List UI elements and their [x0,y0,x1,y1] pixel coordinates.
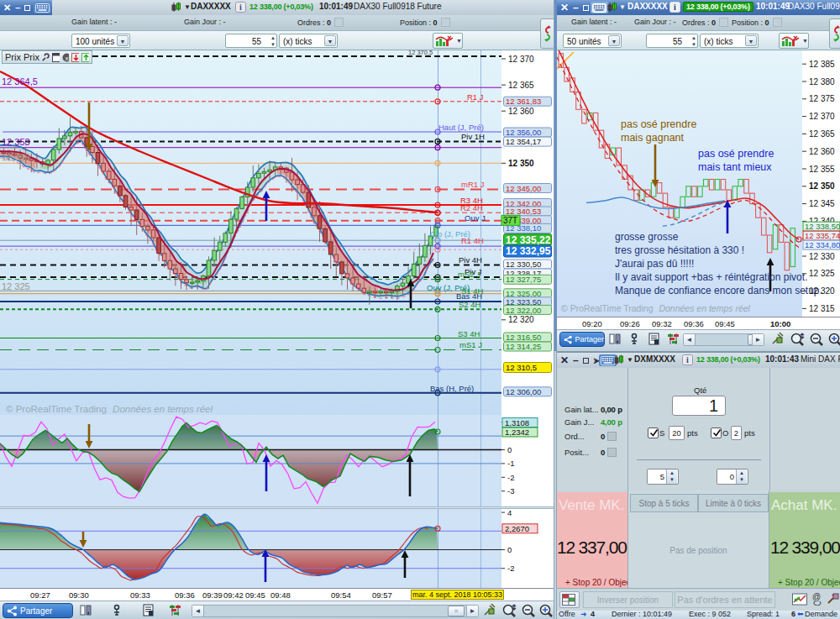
svg-text:0: 0 [507,445,512,454]
svg-text:pas osé prendre: pas osé prendre [698,148,774,160]
svg-text:12 350: 12 350 [508,159,534,168]
svg-text:12 365: 12 365 [508,81,534,90]
svg-text:-2: -2 [507,473,514,482]
svg-text:Ouv J: Ouv J [465,213,486,223]
svg-text:12 320: 12 320 [508,315,534,324]
svg-text:J'aurai pas dû !!!!!: J'aurai pas dû !!!!! [615,258,694,270]
svg-text:4: 4 [507,509,512,517]
svg-text:12 361,83: 12 361,83 [506,97,541,106]
svg-text:pas osé prendre: pas osé prendre [621,118,696,130]
svg-text:12 330: 12 330 [809,252,835,261]
svg-text:12 385: 12 385 [809,60,835,69]
svg-text:x: x [65,54,68,61]
svg-text:12 356,00: 12 356,00 [506,128,541,137]
svg-text:12 316,50: 12 316,50 [506,333,541,342]
svg-text:Manque de confiance encore dan: Manque de confiance encore dans mon setu… [615,285,822,296]
svg-text:12 370,5: 12 370,5 [408,50,433,56]
svg-text:2,2670: 2,2670 [505,524,529,533]
svg-text:mS2 J: mS2 J [458,270,480,279]
svg-text:12 353: 12 353 [2,137,30,147]
svg-text:tres grosse hésitation à 330 !: tres grosse hésitation à 330 ! [615,244,744,256]
svg-text:12 355: 12 355 [809,165,835,174]
svg-text:Il y avait support +bas + réin: Il y avait support +bas + réintégration … [615,271,807,283]
svg-text:R2 4H: R2 4H [460,203,483,212]
svg-text:1,3108: 1,3108 [505,418,529,428]
svg-text:R1 J: R1 J [467,92,484,102]
svg-text:12 338,50: 12 338,50 [805,222,840,231]
svg-text:mais tant mieux: mais tant mieux [698,161,772,173]
svg-text:Piv 1H: Piv 1H [461,132,485,141]
svg-text:12 306,00: 12 306,00 [506,387,541,396]
svg-text:12 345: 12 345 [809,199,835,208]
svg-text:12 320: 12 320 [809,286,835,296]
svg-text:12 335,74: 12 335,74 [805,231,840,240]
svg-text:12 310,5: 12 310,5 [506,363,537,372]
svg-text:12 322,00: 12 322,00 [506,306,541,315]
svg-text:i: i [239,3,242,12]
svg-text:12 360: 12 360 [809,147,835,156]
svg-text:12 314,25: 12 314,25 [506,342,541,351]
svg-text:12 332,95: 12 332,95 [506,245,551,257]
svg-text:12 325: 12 325 [809,269,835,278]
svg-text:12 365: 12 365 [809,129,835,139]
svg-text:@: @ [812,592,821,601]
svg-text:12 325: 12 325 [2,281,30,291]
svg-text:12 360: 12 360 [508,107,534,116]
svg-text:12 345,00: 12 345,00 [506,184,541,193]
svg-text:R1 4H: R1 4H [461,236,484,245]
svg-text:Haut (J, Pré): Haut (J, Pré) [438,123,484,132]
svg-text:12 354,17: 12 354,17 [506,137,541,146]
svg-text:12 350: 12 350 [809,181,835,191]
svg-text:i: i [674,3,676,12]
svg-text:12 370: 12 370 [809,112,835,121]
svg-text:mR1 J: mR1 J [461,180,485,189]
svg-text:12 350: 12 350 [2,152,30,162]
svg-text:S3 4H: S3 4H [458,329,480,338]
svg-text:12 335,22: 12 335,22 [506,234,551,246]
svg-text:mS1 J: mS1 J [459,340,482,349]
svg-text:S2 4H: S2 4H [459,300,481,309]
svg-text:12 330,50: 12 330,50 [506,260,541,269]
svg-text:12 380: 12 380 [809,77,835,87]
svg-text:Bas (H, Pré): Bas (H, Pré) [430,384,474,393]
svg-text:12 364,5: 12 364,5 [2,76,38,87]
svg-text:grosse grosse: grosse grosse [615,231,679,243]
svg-text:-3: -3 [507,486,514,496]
svg-text:mais gagnant: mais gagnant [621,132,685,144]
svg-text:i: i [686,355,689,365]
svg-text:Piv 4H: Piv 4H [459,255,482,265]
svg-text:12 315: 12 315 [809,304,835,313]
svg-text:12 334,80: 12 334,80 [805,240,840,249]
svg-text:12 327,75: 12 327,75 [506,275,541,284]
svg-text:0: 0 [507,545,512,554]
svg-text:12 370: 12 370 [508,55,534,64]
svg-text:-1: -1 [507,459,514,468]
svg-text:12 340,53: 12 340,53 [506,207,541,216]
svg-text:37T: 37T [503,216,517,225]
svg-text:1,2342: 1,2342 [505,428,529,437]
svg-text:-2: -2 [507,564,514,573]
svg-text:12 375: 12 375 [809,94,835,103]
